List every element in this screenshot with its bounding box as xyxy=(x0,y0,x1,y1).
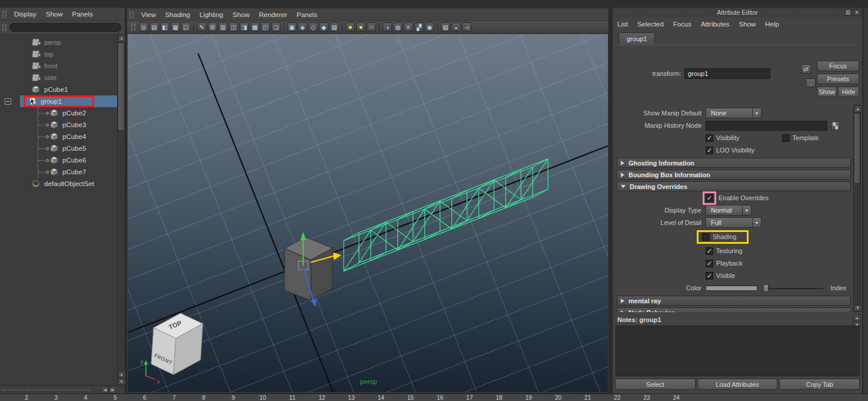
camera-attributes-icon[interactable]: ▤ xyxy=(149,22,159,32)
window-right-scrollbar[interactable] xyxy=(863,8,868,393)
isolate-select-icon[interactable]: ◈ xyxy=(298,22,307,32)
selected-cube[interactable] xyxy=(284,237,332,300)
scrollbar-thumb[interactable] xyxy=(854,113,860,184)
no-lights-icon[interactable]: ○ xyxy=(367,22,376,32)
timeline-tick[interactable]: 7 xyxy=(159,394,189,401)
safe-action-icon[interactable]: ◰ xyxy=(261,22,270,32)
panel-grip-icon[interactable] xyxy=(129,11,134,18)
grease-pencil-icon[interactable]: ✎ xyxy=(197,22,207,32)
output-connections-icon[interactable]: → xyxy=(806,78,816,88)
outliner-item-pCube1[interactable]: pCube1 xyxy=(20,84,117,95)
time-slider[interactable]: 23456789101112131415161718192021222324 xyxy=(0,393,868,401)
copy-tab-button[interactable]: Copy Tab xyxy=(779,379,860,390)
presets-button[interactable]: Presets xyxy=(817,74,859,84)
transform-name-field[interactable] xyxy=(684,68,770,79)
input-connections-icon[interactable]: ⇄ xyxy=(801,64,811,74)
outliner-item-group1[interactable]: group1 xyxy=(20,95,117,107)
outliner-item-pCube4[interactable]: pCube4 xyxy=(38,131,117,142)
outliner-menu-item[interactable]: Panels xyxy=(68,9,98,19)
outliner-item-pCube6[interactable]: pCube6 xyxy=(38,154,117,166)
timeline-tick[interactable]: 20 xyxy=(543,394,573,401)
default-lighting-icon[interactable]: ● xyxy=(345,22,355,32)
outliner-item-pCube5[interactable]: pCube5 xyxy=(38,142,117,154)
section-ghosting-information[interactable]: Ghosting Information xyxy=(617,158,851,168)
share-icon[interactable]: ◅ xyxy=(462,22,471,32)
scroll-right-icon[interactable]: ▶ xyxy=(109,386,117,393)
focus-button[interactable]: Focus xyxy=(817,61,859,71)
timeline-tick[interactable]: 12 xyxy=(307,394,337,401)
outliner-menu-item[interactable]: Show xyxy=(41,9,68,19)
timeline-tick[interactable]: 13 xyxy=(337,394,366,401)
timeline-tick[interactable]: 16 xyxy=(425,394,455,401)
section-bounding-box-information[interactable]: Bounding Box Information xyxy=(617,170,851,180)
attribute-editor-menu-item[interactable]: Selected xyxy=(633,19,669,29)
timeline-tick[interactable]: 5 xyxy=(101,394,130,401)
exposure-icon[interactable]: ◒ xyxy=(451,22,461,32)
outliner-filter-input[interactable] xyxy=(9,23,121,32)
timeline-tick[interactable]: 24 xyxy=(661,394,691,401)
toolbar-grip-icon[interactable] xyxy=(131,24,135,31)
scroll-down-icon[interactable]: ▼ xyxy=(118,378,125,385)
expand-collapse-box[interactable] xyxy=(5,98,11,105)
outliner-item-pCube7[interactable]: pCube7 xyxy=(38,166,117,178)
scroll-down-icon[interactable]: ▼ xyxy=(854,304,862,311)
checker-icon[interactable]: ▚ xyxy=(831,121,840,130)
viewport-menu-item[interactable]: Shading xyxy=(161,10,195,19)
attribute-editor-menu-item[interactable]: Show xyxy=(734,19,761,29)
tab-group1[interactable]: group1 xyxy=(618,32,655,45)
outliner-item-top[interactable]: top xyxy=(20,48,117,60)
attribute-editor-menu-item[interactable]: Focus xyxy=(669,19,696,29)
show-manip-default-dropdown[interactable]: None ▼ xyxy=(706,108,761,118)
load-attributes-button[interactable]: Load Attributes xyxy=(697,379,778,390)
outliner-menu-item[interactable]: Display xyxy=(9,9,41,19)
timeline-tick[interactable]: 21 xyxy=(573,394,603,401)
outliner-item-front[interactable]: front xyxy=(20,60,117,72)
attribute-editor-menu-item[interactable]: List xyxy=(613,19,633,29)
outliner-horizontal-scrollbar[interactable]: ◀ ▶ xyxy=(0,385,125,393)
textured-icon[interactable]: ▨ xyxy=(330,22,339,32)
field-chart-icon[interactable]: ▩ xyxy=(250,22,260,32)
wireframe-icon[interactable]: ◇ xyxy=(308,22,318,32)
x-axis-arrowhead[interactable] xyxy=(333,253,341,260)
occlusion-icon[interactable]: ◍ xyxy=(393,22,403,32)
manip-history-field[interactable] xyxy=(706,121,827,131)
multisample-icon[interactable]: ▞ xyxy=(414,22,424,32)
attribute-editor-titlebar[interactable]: Attribute Editor ⊡ × xyxy=(613,8,862,17)
filter-grip-icon[interactable] xyxy=(2,24,6,31)
timeline-tick[interactable]: 4 xyxy=(71,394,100,401)
slider-handle[interactable] xyxy=(763,284,769,292)
attribute-editor-menu-item[interactable]: Help xyxy=(760,19,784,29)
timeline-tick[interactable]: 22 xyxy=(603,394,632,401)
scroll-left-icon[interactable]: ◀ xyxy=(101,386,109,393)
xray-icon[interactable]: ▧ xyxy=(441,22,450,32)
outliner-item-pCube3[interactable]: pCube3 xyxy=(38,119,117,131)
grid-icon[interactable]: ⊞ xyxy=(208,22,217,32)
viewport-scene[interactable]: TOP FRONT y x persp xyxy=(128,34,608,392)
timeline-tick[interactable]: 23 xyxy=(632,394,661,401)
timeline-tick[interactable]: 2 xyxy=(12,394,41,401)
gate-mask-icon[interactable]: ◨ xyxy=(240,22,249,32)
scroll-up-icon[interactable]: ▲ xyxy=(853,314,861,322)
timeline-tick[interactable]: 6 xyxy=(130,394,159,401)
bookmarks-icon[interactable]: ◧ xyxy=(160,22,169,32)
scroll-up-icon[interactable]: ▲ xyxy=(854,105,862,112)
select-camera-icon[interactable]: ◎ xyxy=(139,22,148,32)
timeline-tick[interactable]: 9 xyxy=(218,394,248,401)
y-axis-arrowhead[interactable] xyxy=(300,232,306,240)
outliner-vertical-scrollbar[interactable]: ▲ ▲ ▼ xyxy=(117,35,125,385)
shadows-icon[interactable]: ◑ xyxy=(383,22,392,32)
wireframe-cubes[interactable] xyxy=(344,159,548,271)
safe-title-icon[interactable]: ◲ xyxy=(271,22,281,32)
attributes-vertical-scrollbar[interactable]: ▲ ▼ xyxy=(853,105,861,312)
show-button[interactable]: Show xyxy=(817,87,837,97)
panel-grip-icon[interactable] xyxy=(2,11,6,18)
section-node-behavior[interactable]: Node Behavior xyxy=(617,307,851,312)
texturing-checkbox[interactable] xyxy=(706,247,713,255)
close-icon[interactable]: × xyxy=(853,9,860,16)
resolution-gate-icon[interactable]: ◫ xyxy=(229,22,238,32)
timeline-tick[interactable]: 19 xyxy=(514,394,543,401)
template-checkbox[interactable] xyxy=(782,134,790,142)
lod-visibility-checkbox[interactable] xyxy=(706,147,713,154)
level-of-detail-dropdown[interactable]: Full ▼ xyxy=(706,217,761,228)
outliner-item-persp[interactable]: persp xyxy=(20,37,117,48)
